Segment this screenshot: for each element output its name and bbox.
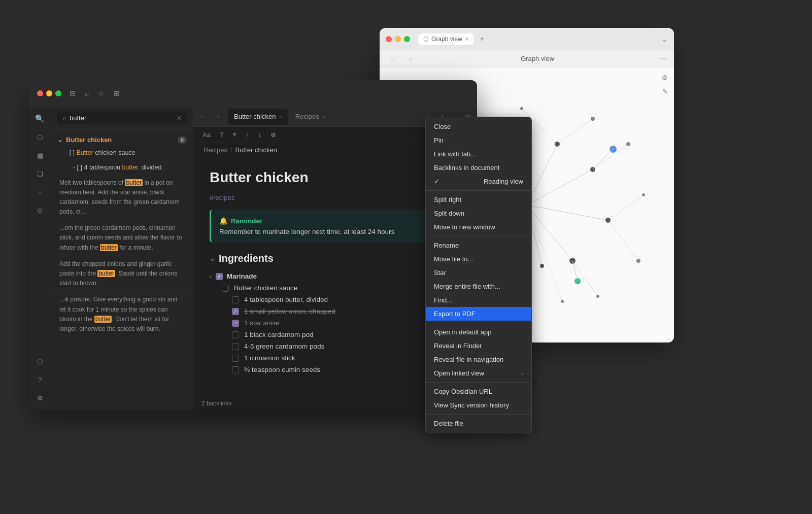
menu-reveal-nav[interactable]: Reveal file in navigation <box>426 353 531 366</box>
star-icon[interactable]: ☆ <box>98 89 105 97</box>
tab-recipes-close[interactable]: × <box>322 114 325 120</box>
layout-icon[interactable]: ⊞ <box>114 89 120 97</box>
minimize-button[interactable] <box>46 90 52 96</box>
menu-delete-file[interactable]: Delete file <box>426 417 531 430</box>
sidebar-item-calendar[interactable]: ▦ <box>32 147 48 163</box>
marinade-checkbox[interactable] <box>216 273 223 280</box>
copy-format-button[interactable]: ⊕ <box>267 129 279 141</box>
graph-more-button[interactable]: ⋯ <box>659 54 667 63</box>
item-checkbox-0[interactable] <box>222 285 229 292</box>
tab-recipes[interactable]: Recipes × <box>289 109 331 125</box>
backlinks-count[interactable]: 2 backlinks <box>201 400 231 407</box>
sidebar-item-search[interactable]: 🔍 <box>32 111 48 127</box>
menu-merge[interactable]: Merge entire file with... <box>426 280 531 293</box>
menu-reveal-finder[interactable]: Reveal in Finder <box>426 339 531 353</box>
maximize-button[interactable] <box>55 90 61 96</box>
menu-split-right[interactable]: Split right <box>426 193 531 207</box>
item-checkbox-3[interactable] <box>232 320 239 327</box>
font-size-button[interactable]: Aa <box>199 129 214 141</box>
graph-settings-icon[interactable]: ⚙ <box>661 74 668 82</box>
menu-backlinks[interactable]: Backlinks in document <box>426 161 531 175</box>
menu-move-file-label: Move file to... <box>434 255 473 263</box>
svg-point-36 <box>626 142 630 146</box>
graph-tl-red[interactable] <box>386 36 392 42</box>
menu-rename[interactable]: Rename <box>426 238 531 252</box>
breadcrumb-parent[interactable]: Recipes <box>204 146 227 154</box>
title-bar-icons: ⊟ ⌕ ☆ ⊞ <box>70 89 120 97</box>
menu-find[interactable]: Find... <box>426 293 531 307</box>
search-clear-button[interactable]: ✕ <box>177 115 182 122</box>
menu-divider-4 <box>426 382 531 383</box>
graph-tab[interactable]: ⬡ Graph view × <box>418 33 473 45</box>
folder-icon[interactable]: ⊟ <box>70 89 76 97</box>
item-checkbox-5[interactable] <box>232 343 239 350</box>
marinade-expand-icon[interactable]: › <box>210 273 212 280</box>
list-button[interactable]: ≡ <box>229 129 240 141</box>
search-input[interactable] <box>70 114 174 122</box>
menu-star[interactable]: Star <box>426 266 531 280</box>
graph-tl-green[interactable] <box>404 36 410 42</box>
ingredients-collapse-icon[interactable]: ⌄ <box>210 255 215 262</box>
menu-open-linked[interactable]: Open linked view › <box>426 366 531 380</box>
menu-pin[interactable]: Pin <box>426 133 531 147</box>
help-button[interactable]: ? <box>217 129 226 141</box>
sidebar-item-settings[interactable]: ⚙ <box>32 390 48 406</box>
item-checkbox-6[interactable] <box>232 355 239 362</box>
item-text-4: 1 black cardamom pod <box>244 331 314 338</box>
item-checkbox-4[interactable] <box>232 331 239 338</box>
move-down-button[interactable]: ↓ <box>255 129 264 141</box>
move-up-button[interactable]: ↑ <box>243 129 252 141</box>
section-title: Butter chicken <box>66 136 112 144</box>
menu-export-pdf[interactable]: Export to PDF <box>426 307 531 321</box>
item-checkbox-1[interactable] <box>232 296 239 303</box>
marinade-label: Marinade <box>227 272 257 280</box>
search-snippet[interactable]: ...om the green cardamom pods, cinnamon … <box>51 220 193 256</box>
list-item[interactable]: - [ ] Butter chicken sauce <box>51 146 193 160</box>
graph-tl-yellow[interactable] <box>395 36 401 42</box>
graph-back-button[interactable]: ← <box>387 53 399 64</box>
item-checkbox-2[interactable] <box>232 308 239 315</box>
graph-forward-button[interactable]: → <box>403 53 416 64</box>
tab-butter-chicken[interactable]: Butter chicken × <box>228 109 288 125</box>
menu-move-new-window[interactable]: Move to new window <box>426 220 531 234</box>
item-text-6: 1 cinnamon stick <box>244 354 295 362</box>
menu-split-down[interactable]: Split down <box>426 207 531 220</box>
search-snippet[interactable]: Melt two tablespoons of butter in a pot … <box>51 175 193 221</box>
search-icon[interactable]: ⌕ <box>85 89 89 97</box>
close-button[interactable] <box>37 90 43 96</box>
menu-link-with-tab[interactable]: Link with tab... <box>426 147 531 161</box>
graph-nav-bar: ← → Graph view ⋯ <box>380 50 674 67</box>
menu-close[interactable]: Close <box>426 120 531 133</box>
sidebar-item-help[interactable]: ? <box>32 371 48 388</box>
back-nav-button[interactable]: ← <box>197 111 209 122</box>
reminder-box: 🔔 Reminder Remember to marinate longer n… <box>210 210 461 243</box>
menu-copy-url[interactable]: Copy Obsidian URL <box>426 385 531 398</box>
search-snippet[interactable]: ...ili powder. Give everything a good st… <box>51 292 193 337</box>
sidebar-item-publish[interactable]: ⬡ <box>32 353 48 369</box>
search-input-wrap[interactable]: ⌕ ✕ <box>57 112 187 124</box>
menu-sync-history[interactable]: View Sync version history <box>426 398 531 412</box>
file-section-header[interactable]: ⌄ Butter chicken 8 <box>51 134 193 146</box>
graph-tab-add-button[interactable]: + <box>478 35 486 44</box>
forward-nav-button[interactable]: → <box>211 111 223 122</box>
file-list: ⌄ Butter chicken 8 - [ ] Butter chicken … <box>51 130 193 410</box>
menu-move-file[interactable]: Move file to... <box>426 252 531 266</box>
sidebar-item-files[interactable]: ❏ <box>32 165 48 182</box>
search-snippet[interactable]: Add the chopped onions and ginger garlic… <box>51 256 193 292</box>
sidebar-item-template[interactable]: ≡ <box>32 184 48 200</box>
note-tag[interactable]: #recipes <box>210 194 461 201</box>
graph-dropdown-icon[interactable]: ⌄ <box>661 34 668 44</box>
svg-point-31 <box>540 264 544 268</box>
sidebar-item-tags[interactable]: ⊙ <box>32 202 48 218</box>
list-item[interactable]: - [ ] 4 tablespoon butter, divided <box>51 160 193 175</box>
graph-tab-close-icon[interactable]: × <box>465 36 468 42</box>
tab-butter-chicken-close[interactable]: × <box>279 114 282 120</box>
menu-reading-view[interactable]: Reading view <box>426 175 531 188</box>
graph-pin-icon[interactable]: ✎ <box>662 88 668 95</box>
svg-point-37 <box>642 193 645 196</box>
menu-divider-3 <box>426 323 531 323</box>
menu-open-default[interactable]: Open in default app <box>426 325 531 339</box>
item-checkbox-7[interactable] <box>232 366 239 373</box>
menu-backlinks-label: Backlinks in document <box>434 164 499 172</box>
sidebar-item-graph[interactable]: ⬡ <box>32 129 48 145</box>
